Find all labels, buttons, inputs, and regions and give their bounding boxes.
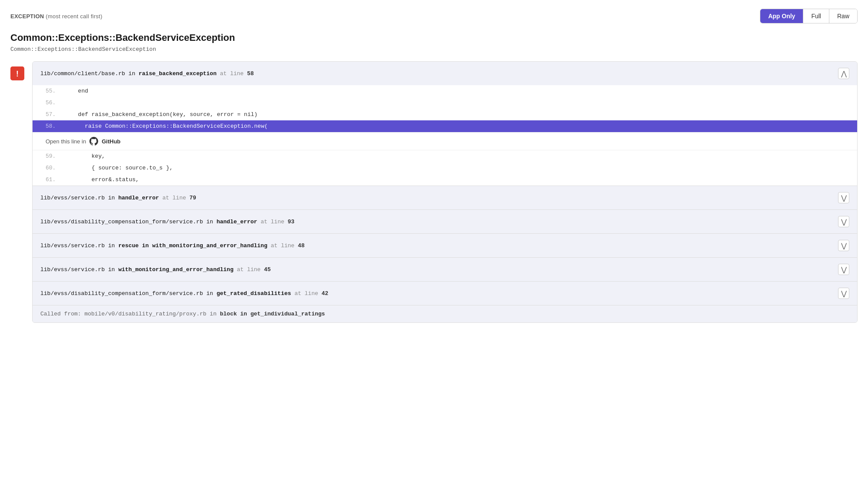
frame-at-2: at line — [162, 195, 189, 201]
called-from-prefix: Called from: — [40, 311, 81, 317]
exception-desc: (most recent call first) — [46, 13, 102, 20]
code-content-55: end — [64, 88, 849, 94]
frame-in-5: in — [108, 266, 118, 273]
frame-fn-3: handle_error — [217, 219, 257, 225]
stack-frame-1: lib/common/client/base.rb in raise_backe… — [33, 62, 857, 186]
frame-title-3: lib/evss/disability_compensation_form/se… — [40, 219, 294, 225]
called-from-row: Called from: mobile/v0/disability_rating… — [33, 305, 857, 322]
stack-frame-5: lib/evss/service.rb in with_monitoring_a… — [33, 258, 857, 282]
called-from-in: in — [210, 311, 220, 317]
frame-at-1: at line — [220, 70, 247, 77]
frame-at-3: at line — [261, 219, 287, 225]
sentry-icon: ! — [10, 66, 24, 80]
code-content-61: error&.status, — [64, 176, 849, 183]
called-from-fn: block in get_individual_ratings — [220, 311, 325, 317]
exception-title: Common::Exceptions::BackendServiceExcept… — [10, 32, 858, 43]
svg-text:!: ! — [16, 70, 19, 78]
frame-expand-icon-6[interactable]: ⋁ — [838, 288, 849, 299]
frames-list: lib/common/client/base.rb in raise_backe… — [32, 61, 858, 323]
frame-line-6: 42 — [322, 290, 329, 297]
stack-frame-4: lib/evss/service.rb in rescue in with_mo… — [33, 234, 857, 258]
code-content-58: raise Common::Exceptions::BackendService… — [64, 123, 849, 129]
frame-title-2: lib/evss/service.rb in handle_error at l… — [40, 195, 196, 201]
frame-fn-2: handle_error — [118, 195, 159, 201]
code-line-55: 55. end — [33, 85, 857, 97]
open-line-prefix: Open this line in — [46, 138, 86, 145]
header-bar: EXCEPTION (most recent call first) App O… — [10, 9, 858, 23]
exception-label: EXCEPTION (most recent call first) — [10, 13, 102, 20]
github-link-text[interactable]: GitHub — [102, 138, 120, 145]
frame-expand-icon-2[interactable]: ⋁ — [838, 192, 849, 203]
frame-title-1: lib/common/client/base.rb in raise_backe… — [40, 70, 254, 77]
frame-file-1: lib/common/client/base.rb — [40, 70, 125, 77]
frame-expand-icon-3[interactable]: ⋁ — [838, 216, 849, 227]
line-num-57: 57. — [33, 111, 64, 118]
frame-header-5[interactable]: lib/evss/service.rb in with_monitoring_a… — [33, 258, 857, 281]
line-num-59: 59. — [33, 153, 64, 159]
frame-in-6: in — [206, 290, 216, 297]
exception-subtitle: Common::Exceptions::BackendServiceExcept… — [10, 46, 858, 53]
called-from-file: mobile/v0/disability_rating/proxy.rb — [84, 311, 210, 317]
view-raw-button[interactable]: Raw — [829, 9, 857, 23]
view-full-button[interactable]: Full — [803, 9, 829, 23]
code-content-57: def raise_backend_exception(key, source,… — [64, 111, 849, 118]
frame-expand-icon-4[interactable]: ⋁ — [838, 240, 849, 251]
code-line-56: 56. — [33, 97, 857, 109]
view-toggle: App Only Full Raw — [760, 9, 858, 23]
frame-at-5: at line — [237, 266, 264, 273]
frame-header-3[interactable]: lib/evss/disability_compensation_form/se… — [33, 210, 857, 233]
frame-line-4: 48 — [298, 242, 305, 249]
frame-in-4: in — [108, 242, 118, 249]
line-num-56: 56. — [33, 100, 64, 106]
frame-file-5: lib/evss/service.rb — [40, 266, 105, 273]
stack-frame-2: lib/evss/service.rb in handle_error at l… — [33, 186, 857, 210]
frame-file-3: lib/evss/disability_compensation_form/se… — [40, 219, 203, 225]
code-block-1: 55. end 56. 57. def raise_backend_except… — [33, 85, 857, 186]
page-container: EXCEPTION (most recent call first) App O… — [0, 0, 868, 332]
code-line-59: 59. key, — [33, 150, 857, 162]
frame-fn-1: raise_backend_exception — [139, 70, 216, 77]
frame-file-4: lib/evss/service.rb — [40, 242, 105, 249]
frame-at-4: at line — [271, 242, 298, 249]
frame-line-3: 93 — [288, 219, 295, 225]
frame-header-4[interactable]: lib/evss/service.rb in rescue in with_mo… — [33, 234, 857, 257]
line-num-61: 61. — [33, 176, 64, 183]
frame-header-1[interactable]: lib/common/client/base.rb in raise_backe… — [33, 62, 857, 85]
github-link-row: Open this line in GitHub — [33, 132, 857, 150]
frame-line-5: 45 — [264, 266, 271, 273]
view-app-only-button[interactable]: App Only — [760, 9, 803, 23]
frame-line-1: 58 — [247, 70, 254, 77]
frame-in-2: in — [108, 195, 118, 201]
code-line-60: 60. { source: source.to_s }, — [33, 162, 857, 174]
frame-in-3: in — [206, 219, 216, 225]
stack-frame-3: lib/evss/disability_compensation_form/se… — [33, 210, 857, 234]
code-line-57: 57. def raise_backend_exception(key, sou… — [33, 109, 857, 120]
frame-title-4: lib/evss/service.rb in rescue in with_mo… — [40, 242, 305, 249]
frame-file-6: lib/evss/disability_compensation_form/se… — [40, 290, 203, 297]
frame-header-6[interactable]: lib/evss/disability_compensation_form/se… — [33, 282, 857, 305]
line-num-60: 60. — [33, 165, 64, 171]
frame-fn-6: get_rated_disabilities — [217, 290, 291, 297]
frame-expand-icon-5[interactable]: ⋁ — [838, 264, 849, 275]
exception-keyword: EXCEPTION — [10, 13, 44, 20]
code-content-60: { source: source.to_s }, — [64, 165, 849, 171]
frame-body-1: 55. end 56. 57. def raise_backend_except… — [33, 85, 857, 186]
frame-header-2[interactable]: lib/evss/service.rb in handle_error at l… — [33, 186, 857, 209]
frame-title-5: lib/evss/service.rb in with_monitoring_a… — [40, 266, 271, 273]
frame-at-6: at line — [294, 290, 321, 297]
sentry-icon-col: ! — [10, 61, 28, 80]
code-content-59: key, — [64, 153, 849, 159]
frame-title-6: lib/evss/disability_compensation_form/se… — [40, 290, 328, 297]
code-line-58: 58. raise Common::Exceptions::BackendSer… — [33, 120, 857, 132]
code-line-61: 61. error&.status, — [33, 174, 857, 186]
line-num-58: 58. — [33, 123, 64, 129]
frame-fn-5: with_monitoring_and_error_handling — [118, 266, 233, 273]
stack-container: lib/common/client/base.rb in raise_backe… — [32, 61, 858, 323]
frame-fn-4: rescue in with_monitoring_and_error_hand… — [118, 242, 267, 249]
frame-collapse-icon-1[interactable]: ⋀ — [838, 68, 849, 79]
stack-trace-wrapper: ! lib/common/client/base.rb in raise_bac… — [10, 61, 858, 323]
frame-file-2: lib/evss/service.rb — [40, 195, 105, 201]
line-num-55: 55. — [33, 88, 64, 94]
stack-frame-6: lib/evss/disability_compensation_form/se… — [33, 282, 857, 305]
github-icon — [89, 137, 98, 146]
